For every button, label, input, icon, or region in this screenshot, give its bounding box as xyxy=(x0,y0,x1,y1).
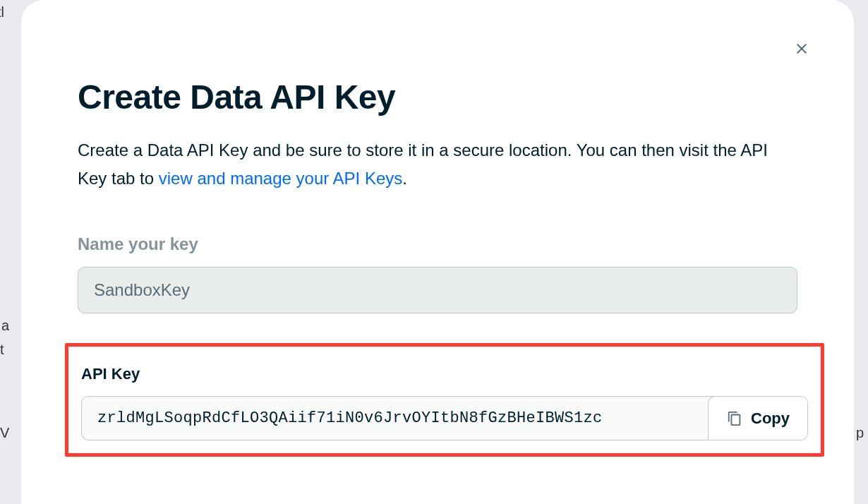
api-key-row: zrldMgLSoqpRdCfLO3QAiif71iN0v6JrvOYItbN8… xyxy=(81,396,808,440)
name-your-key-label: Name your key xyxy=(78,234,797,254)
copy-icon xyxy=(727,411,742,426)
api-key-label: API Key xyxy=(81,365,808,383)
modal-description: Create a Data API Key and be sure to sto… xyxy=(78,136,769,192)
close-icon xyxy=(793,40,810,57)
create-api-key-modal: Create Data API Key Create a Data API Ke… xyxy=(21,0,854,504)
modal-description-post: . xyxy=(402,169,407,188)
modal-title: Create Data API Key xyxy=(78,78,797,116)
copy-button-label: Copy xyxy=(751,409,790,428)
manage-api-keys-link[interactable]: view and manage your API Keys xyxy=(159,169,403,188)
copy-button[interactable]: Copy xyxy=(708,396,808,440)
api-key-highlight: API Key zrldMgLSoqpRdCfLO3QAiif71iN0v6Jr… xyxy=(65,343,824,457)
key-name-input[interactable] xyxy=(78,267,797,313)
api-key-value[interactable]: zrldMgLSoqpRdCfLO3QAiif71iN0v6JrvOYItbN8… xyxy=(82,397,708,440)
close-button[interactable] xyxy=(792,39,812,59)
